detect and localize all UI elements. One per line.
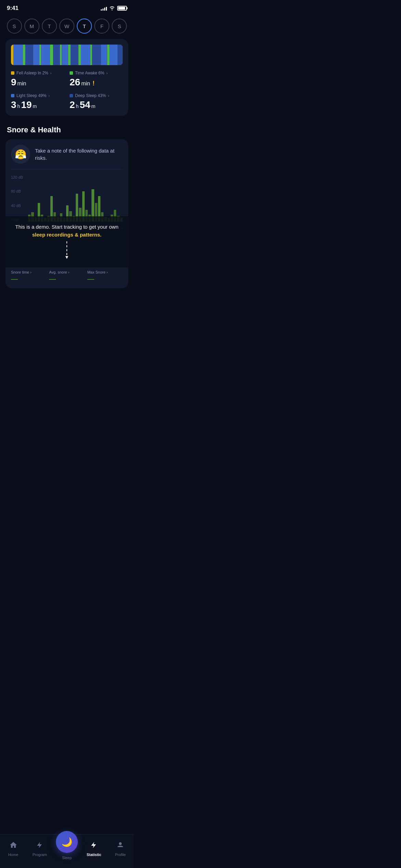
deep-sleep-dot <box>70 94 73 97</box>
svg-rect-6 <box>41 45 50 65</box>
svg-rect-15 <box>90 45 92 65</box>
stat-fell-asleep-value: 9 min <box>11 77 64 88</box>
health-card: 😤 Take a note of the following data at r… <box>5 139 128 288</box>
svg-rect-16 <box>92 45 101 65</box>
snore-metrics: Snore time › — Avg. snore › — Max Snore … <box>11 270 123 283</box>
svg-rect-4 <box>33 45 39 65</box>
snore-health-section: Snore & Health 😤 Take a note of the foll… <box>0 125 134 288</box>
status-time: 9:41 <box>7 5 19 12</box>
down-arrow-icon: ▼ <box>64 254 69 260</box>
svg-rect-18 <box>107 45 109 65</box>
health-description: Take a note of the following data at ris… <box>35 147 123 161</box>
status-icons <box>101 5 127 11</box>
light-sleep-dot <box>11 94 14 97</box>
max-snore-metric[interactable]: Max Snore › — <box>87 270 123 283</box>
sleep-stats-grid: Fell Asleep In 2% › 9 min Time Awake 6% … <box>11 71 123 110</box>
stat-deep-sleep: Deep Sleep 43% › 2 h 54 m <box>70 93 123 110</box>
svg-rect-8 <box>53 45 60 65</box>
time-awake-dot <box>70 71 73 75</box>
day-sunday[interactable]: S <box>7 19 22 34</box>
demo-overlay: This is a demo. Start tracking to get yo… <box>5 216 128 267</box>
day-monday[interactable]: M <box>24 19 39 34</box>
svg-rect-13 <box>78 45 81 65</box>
health-emoji: 😤 <box>11 145 30 164</box>
health-header: 😤 Take a note of the following data at r… <box>11 145 123 170</box>
stat-time-awake-label[interactable]: Time Awake 6% › <box>70 71 123 75</box>
snore-time-metric[interactable]: Snore time › — <box>11 270 46 283</box>
svg-rect-11 <box>68 45 71 65</box>
avg-snore-metric[interactable]: Avg. snore › — <box>49 270 84 283</box>
stat-fell-asleep: Fell Asleep In 2% › 9 min <box>11 71 64 88</box>
fell-asleep-dot <box>11 71 14 75</box>
stat-light-sleep-label[interactable]: Light Sleep 49% › <box>11 93 64 98</box>
svg-rect-0 <box>11 45 13 65</box>
db-labels: 120 dB 80 dB 40 dB 0 dB <box>11 175 23 222</box>
day-wednesday[interactable]: W <box>59 19 74 34</box>
wifi-icon <box>109 5 115 11</box>
day-selector: S M T W T F S <box>0 15 134 39</box>
demo-highlight: sleep recordings & patterns. <box>32 232 102 238</box>
svg-rect-5 <box>39 45 41 65</box>
day-friday[interactable]: F <box>94 19 109 34</box>
stat-time-awake-value: 26 min ! <box>70 77 123 88</box>
stat-light-sleep-value: 3 h 19 m <box>11 99 64 110</box>
warning-icon: ! <box>93 80 95 87</box>
battery-icon <box>117 6 127 11</box>
db-chart-area <box>28 175 123 222</box>
dashed-pointer: ▼ <box>11 241 123 260</box>
day-tuesday[interactable]: T <box>42 19 57 34</box>
stat-time-awake: Time Awake 6% › 26 min ! <box>70 71 123 88</box>
svg-rect-20 <box>118 45 123 65</box>
stat-fell-asleep-label[interactable]: Fell Asleep In 2% › <box>11 71 64 75</box>
svg-rect-12 <box>71 45 78 65</box>
sleep-card: Fell Asleep In 2% › 9 min Time Awake 6% … <box>5 39 128 116</box>
svg-rect-10 <box>62 45 68 65</box>
svg-rect-9 <box>60 45 62 65</box>
demo-text: This is a demo. Start tracking to get yo… <box>11 223 123 239</box>
svg-rect-3 <box>25 45 33 65</box>
svg-rect-14 <box>81 45 90 65</box>
status-bar: 9:41 <box>0 0 134 15</box>
svg-rect-2 <box>23 45 25 65</box>
sleep-visualization <box>11 45 123 65</box>
snore-health-title: Snore & Health <box>0 125 134 139</box>
svg-rect-19 <box>110 45 118 65</box>
day-saturday[interactable]: S <box>112 19 127 34</box>
svg-rect-7 <box>50 45 53 65</box>
day-thursday[interactable]: T <box>77 19 92 34</box>
stat-deep-sleep-value: 2 h 54 m <box>70 99 123 110</box>
stat-deep-sleep-label[interactable]: Deep Sleep 43% › <box>70 93 123 98</box>
svg-rect-1 <box>13 45 23 65</box>
stat-light-sleep: Light Sleep 49% › 3 h 19 m <box>11 93 64 110</box>
svg-rect-17 <box>101 45 107 65</box>
signal-icon <box>101 6 107 11</box>
